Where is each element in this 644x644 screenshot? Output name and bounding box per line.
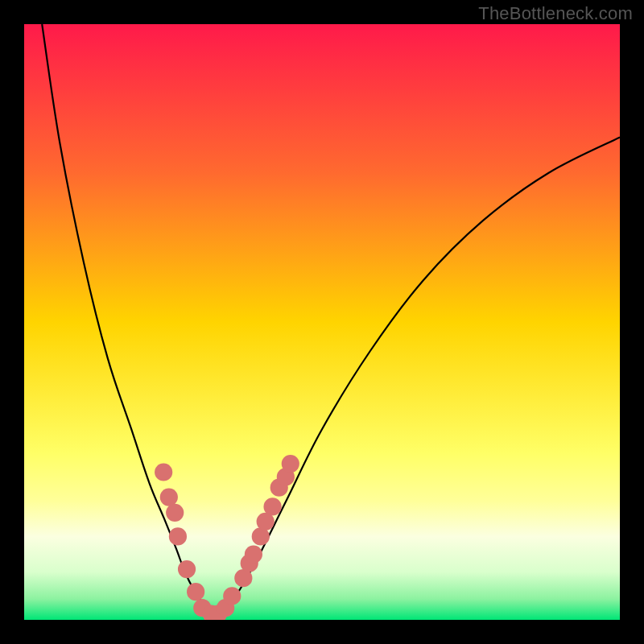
highlight-dot bbox=[187, 583, 204, 601]
highlight-dot bbox=[223, 587, 241, 605]
plot-background bbox=[24, 24, 620, 620]
highlight-dot bbox=[245, 546, 262, 564]
highlight-dot bbox=[282, 455, 299, 473]
highlight-dot bbox=[155, 463, 172, 481]
highlight-dot bbox=[263, 497, 281, 515]
chart-container: TheBottleneck.com bbox=[0, 0, 644, 644]
highlight-dot bbox=[178, 560, 196, 578]
highlight-dot bbox=[169, 527, 187, 545]
highlight-dot bbox=[160, 488, 178, 506]
watermark-text: TheBottleneck.com bbox=[478, 3, 633, 24]
highlight-dot bbox=[166, 504, 184, 522]
bottleneck-chart bbox=[0, 0, 644, 644]
